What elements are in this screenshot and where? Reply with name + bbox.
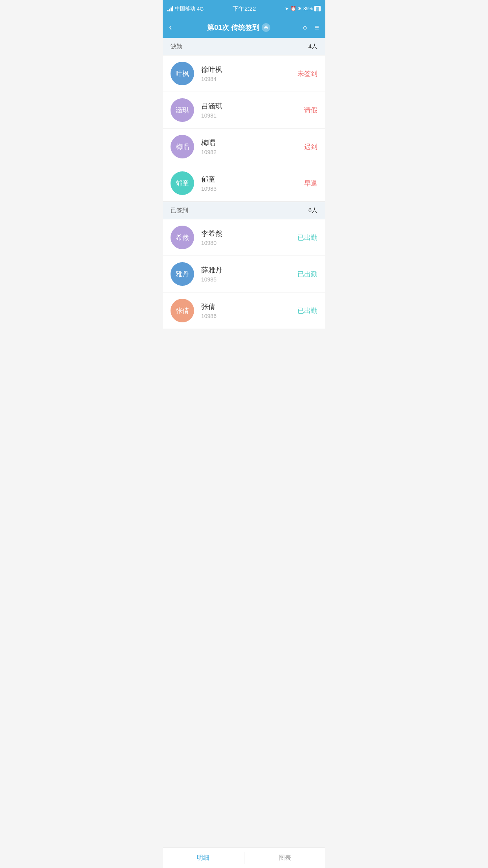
avatar: 张倩: [171, 299, 194, 322]
person-id: 10985: [201, 276, 297, 283]
nav-title-text: 第01次 传统签到: [207, 23, 259, 32]
signal-icon: [167, 6, 173, 11]
person-info: 张倩 10986: [201, 302, 297, 319]
person-name: 徐叶枫: [201, 65, 297, 74]
status-left: 中国移动 4G: [167, 5, 204, 12]
person-status: 请假: [304, 106, 317, 115]
person-id: 10980: [201, 240, 297, 246]
status-time: 下午2:22: [233, 5, 256, 13]
present-section-header: 已签到 6人: [163, 202, 325, 219]
present-count: 6人: [308, 207, 317, 214]
person-name: 张倩: [201, 302, 297, 311]
person-status: 已出勤: [297, 233, 317, 242]
avatar: 郁童: [171, 171, 194, 195]
person-id: 10981: [201, 112, 304, 119]
list-item[interactable]: 涵琪 吕涵琪 10981 请假: [163, 92, 325, 129]
absent-label: 缺勤: [171, 43, 182, 50]
location-icon: ➤: [285, 6, 289, 11]
present-label: 已签到: [171, 207, 188, 214]
list-item[interactable]: 张倩 张倩 10986 已出勤: [163, 292, 325, 329]
list-item[interactable]: 希然 李希然 10980 已出勤: [163, 219, 325, 256]
carrier-label: 中国移动: [175, 5, 195, 12]
person-name: 梅唱: [201, 138, 304, 147]
person-status: 迟到: [304, 142, 317, 151]
network-label: 4G: [197, 6, 204, 12]
absent-list: 叶枫 徐叶枫 10984 未签到 涵琪 吕涵琪 10981 请假 梅唱: [163, 55, 325, 202]
person-status: 未签到: [297, 69, 317, 78]
person-status: 已出勤: [297, 270, 317, 279]
battery-icon: ▓: [314, 6, 321, 11]
present-list: 希然 李希然 10980 已出勤 雅丹 薛雅丹 10985 已出勤 张倩: [163, 219, 325, 329]
person-name: 薛雅丹: [201, 265, 297, 275]
person-status: 早退: [304, 179, 317, 188]
avatar: 梅唱: [171, 135, 194, 158]
search-icon[interactable]: ○: [303, 23, 307, 32]
person-id: 10982: [201, 149, 304, 155]
settings-icon[interactable]: ✳: [262, 23, 270, 32]
person-status: 已出勤: [297, 306, 317, 315]
person-info: 李希然 10980: [201, 229, 297, 246]
bluetooth-icon: ✱: [298, 6, 302, 11]
person-id: 10983: [201, 186, 304, 192]
person-name: 郁童: [201, 175, 304, 184]
absent-count: 4人: [308, 43, 317, 50]
menu-icon[interactable]: ≡: [314, 23, 319, 32]
nav-right-buttons: ○ ≡: [303, 23, 319, 32]
status-right: ➤ ⏰ ✱ 89% ▓: [285, 6, 321, 11]
person-info: 郁童 10983: [201, 175, 304, 192]
alarm-icon: ⏰: [290, 6, 296, 11]
avatar: 希然: [171, 226, 194, 249]
battery-label: 89%: [303, 6, 313, 11]
person-id: 10986: [201, 313, 297, 319]
list-item[interactable]: 叶枫 徐叶枫 10984 未签到: [163, 55, 325, 92]
list-item[interactable]: 雅丹 薛雅丹 10985 已出勤: [163, 256, 325, 292]
person-name: 李希然: [201, 229, 297, 238]
status-bar: 中国移动 4G 下午2:22 ➤ ⏰ ✱ 89% ▓: [163, 0, 325, 17]
back-button[interactable]: ‹: [169, 21, 175, 34]
list-item[interactable]: 郁童 郁童 10983 早退: [163, 165, 325, 202]
absent-section-header: 缺勤 4人: [163, 38, 325, 55]
nav-title: 第01次 传统签到 ✳: [207, 23, 270, 32]
avatar: 雅丹: [171, 262, 194, 286]
person-info: 薛雅丹 10985: [201, 265, 297, 283]
person-info: 梅唱 10982: [201, 138, 304, 155]
avatar: 叶枫: [171, 62, 194, 85]
person-name: 吕涵琪: [201, 101, 304, 111]
person-id: 10984: [201, 76, 297, 82]
list-item[interactable]: 梅唱 梅唱 10982 迟到: [163, 129, 325, 165]
avatar: 涵琪: [171, 98, 194, 122]
nav-bar: ‹ 第01次 传统签到 ✳ ○ ≡: [163, 17, 325, 38]
person-info: 吕涵琪 10981: [201, 101, 304, 119]
person-info: 徐叶枫 10984: [201, 65, 297, 82]
content-area: 缺勤 4人 叶枫 徐叶枫 10984 未签到 涵琪 吕涵琪 10981 请假: [163, 38, 325, 349]
